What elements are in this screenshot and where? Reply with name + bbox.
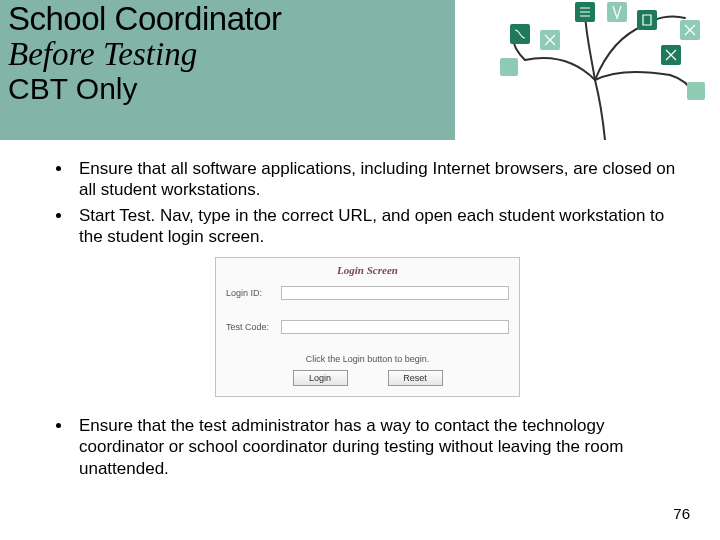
page-number: 76 — [673, 505, 690, 522]
title-line-1: School Coordinator — [8, 2, 447, 37]
test-code-label: Test Code: — [226, 322, 281, 332]
test-code-input[interactable] — [281, 320, 509, 334]
svg-rect-4 — [637, 10, 657, 30]
login-screen-figure: Login Screen Login ID: Test Code: Click … — [215, 257, 520, 397]
svg-rect-7 — [687, 82, 705, 100]
slide-header: School Coordinator Before Testing CBT On… — [0, 0, 720, 140]
login-id-input[interactable] — [281, 286, 509, 300]
bullet-item: Ensure that the test administrator has a… — [73, 415, 690, 479]
bullet-list-top: Ensure that all software applications, i… — [45, 158, 690, 247]
slide-body: Ensure that all software applications, i… — [0, 140, 720, 479]
svg-rect-8 — [500, 58, 518, 76]
bullet-list-bottom: Ensure that the test administrator has a… — [45, 415, 690, 479]
title-line-3: CBT Only — [8, 73, 447, 105]
login-instruction: Click the Login button to begin. — [226, 354, 509, 364]
tree-illustration — [455, 0, 720, 140]
bullet-item: Ensure that all software applications, i… — [73, 158, 690, 201]
reset-button[interactable]: Reset — [388, 370, 443, 386]
title-line-2: Before Testing — [8, 37, 447, 72]
login-id-label: Login ID: — [226, 288, 281, 298]
test-code-row: Test Code: — [226, 320, 509, 334]
login-screen-title: Login Screen — [226, 264, 509, 276]
login-button-row: Login Reset — [226, 370, 509, 386]
login-id-row: Login ID: — [226, 286, 509, 300]
header-title-block: School Coordinator Before Testing CBT On… — [0, 0, 455, 140]
bullet-item: Start Test. Nav, type in the correct URL… — [73, 205, 690, 248]
login-button[interactable]: Login — [293, 370, 348, 386]
